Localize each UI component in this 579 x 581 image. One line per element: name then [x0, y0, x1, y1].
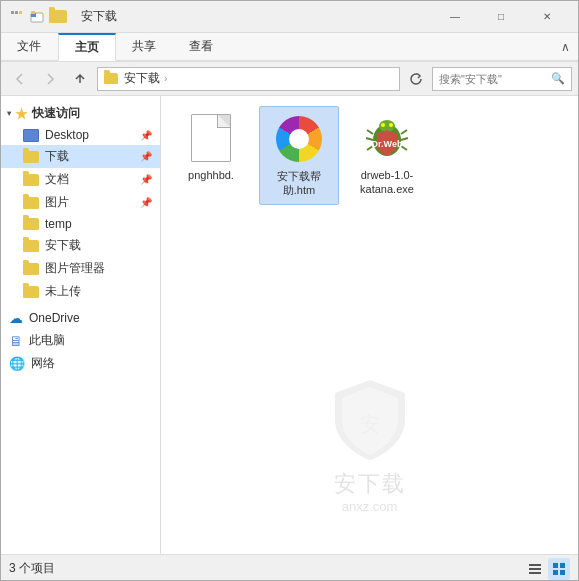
file-item-htm[interactable]: 安下载帮助.htm	[259, 106, 339, 205]
htm-file-icon	[276, 116, 322, 162]
breadcrumb-segment-downloads[interactable]: 安下载	[124, 70, 160, 87]
sidebar-item-documents[interactable]: 文档 📌	[1, 168, 160, 191]
sidebar-item-downloads-label: 下载	[45, 148, 69, 165]
sidebar-item-not-uploaded-label: 未上传	[45, 283, 81, 300]
sidebar-item-thispc[interactable]: 🖥 此电脑	[1, 329, 160, 352]
not-uploaded-folder-icon	[23, 286, 39, 298]
sidebar-item-onedrive[interactable]: ☁ OneDrive	[1, 307, 160, 329]
files-grid: pnghhbd. 安下载帮助.htm	[171, 106, 568, 205]
address-bar: 安下载 › 🔍	[1, 62, 578, 96]
address-path[interactable]: 安下载 ›	[97, 67, 400, 91]
sidebar-item-downloads[interactable]: 下载 📌	[1, 145, 160, 168]
watermark-shield-icon: 安	[330, 375, 410, 465]
svg-text:安: 安	[360, 413, 380, 435]
svg-line-14	[401, 130, 407, 134]
window-title: 安下载	[81, 8, 432, 25]
view-tiles-button[interactable]	[548, 558, 570, 580]
breadcrumb-folder-icon	[104, 73, 118, 84]
svg-rect-20	[529, 572, 541, 574]
ribbon-collapse-button[interactable]: ∧	[553, 33, 578, 60]
breadcrumb: 安下载 ›	[104, 70, 169, 87]
svg-rect-1	[15, 11, 18, 14]
file-icon-wrapper-exe: Dr.Web	[361, 112, 413, 164]
tab-file[interactable]: 文件	[1, 33, 58, 60]
file-icon-wrapper-htm	[273, 113, 325, 165]
tab-view[interactable]: 查看	[173, 33, 230, 60]
forward-button[interactable]	[37, 66, 63, 92]
file-area: 安 安下载 anxz.com pnghhbd. 安下载帮助.	[161, 96, 578, 554]
watermark-text: 安下载	[334, 469, 406, 499]
sidebar-item-pictures-label: 图片	[45, 194, 69, 211]
view-toggle	[524, 558, 570, 580]
main-area: ▾ ★ 快速访问 Desktop 📌 下载 📌 文档 📌 图片 📌 temp	[1, 96, 578, 554]
sidebar: ▾ ★ 快速访问 Desktop 📌 下载 📌 文档 📌 图片 📌 temp	[1, 96, 161, 554]
sidebar-section-quick-access[interactable]: ▾ ★ 快速访问	[1, 102, 160, 125]
sidebar-item-image-manager-label: 图片管理器	[45, 260, 105, 277]
file-label-htm: 安下载帮助.htm	[264, 169, 334, 198]
sidebar-item-onedrive-label: OneDrive	[29, 311, 80, 325]
tab-share[interactable]: 共享	[116, 33, 173, 60]
sidebar-item-not-uploaded[interactable]: 未上传	[1, 280, 160, 303]
search-icon[interactable]: 🔍	[551, 72, 565, 85]
svg-point-10	[389, 123, 393, 127]
svg-rect-24	[560, 570, 565, 575]
network-icon: 🌐	[9, 356, 25, 371]
view-details-button[interactable]	[524, 558, 546, 580]
search-input[interactable]	[439, 73, 551, 85]
file-item-pnghhbd[interactable]: pnghhbd.	[171, 106, 251, 188]
file-label-exe: drweb-1.0-katana.exe	[351, 168, 423, 197]
sidebar-item-documents-label: 文档	[45, 171, 69, 188]
folder-title-icon	[49, 10, 67, 23]
image-manager-folder-icon	[23, 263, 39, 275]
sidebar-item-anzai-label: 安下载	[45, 237, 81, 254]
back-button[interactable]	[7, 66, 33, 92]
close-button[interactable]: ✕	[524, 1, 570, 33]
documents-pin-icon: 📌	[140, 174, 152, 185]
sidebar-item-temp[interactable]: temp	[1, 214, 160, 234]
onedrive-cloud-icon: ☁	[9, 310, 23, 326]
breadcrumb-chevron: ›	[164, 73, 167, 84]
search-box[interactable]: 🔍	[432, 67, 572, 91]
maximize-button[interactable]: □	[478, 1, 524, 33]
svg-point-9	[381, 123, 385, 127]
pictures-folder-icon	[23, 197, 39, 209]
ribbon: 文件 主页 共享 查看 ∧	[1, 33, 578, 62]
file-label-pnghhbd: pnghhbd.	[188, 168, 234, 182]
watermark: 安 安下载 anxz.com	[330, 375, 410, 514]
pictures-pin-icon: 📌	[140, 197, 152, 208]
svg-rect-2	[19, 11, 22, 14]
file-item-exe[interactable]: Dr.Web drweb-1.0-katana.exe	[347, 106, 427, 203]
quick-access-icon	[29, 9, 45, 25]
sidebar-item-desktop-label: Desktop	[45, 128, 89, 142]
sidebar-item-image-manager[interactable]: 图片管理器	[1, 257, 160, 280]
quick-access-chevron: ▾	[7, 109, 11, 118]
star-icon: ★	[15, 106, 28, 122]
watermark-url: anxz.com	[342, 499, 398, 514]
svg-text:Dr.Web: Dr.Web	[372, 139, 403, 149]
svg-rect-23	[553, 570, 558, 575]
quick-access-label: 快速访问	[32, 105, 80, 122]
sidebar-item-anzai[interactable]: 安下载	[1, 234, 160, 257]
status-bar: 3 个项目	[1, 554, 578, 581]
sidebar-item-temp-label: temp	[45, 217, 72, 231]
up-button[interactable]	[67, 66, 93, 92]
sidebar-item-network-label: 网络	[31, 355, 55, 372]
svg-rect-5	[31, 11, 35, 14]
file-icon-wrapper-pnghhbd	[185, 112, 237, 164]
svg-rect-19	[529, 568, 541, 570]
exe-file-icon: Dr.Web	[363, 114, 411, 162]
title-bar-icons	[9, 9, 73, 25]
sidebar-item-network[interactable]: 🌐 网络	[1, 352, 160, 375]
anzai-folder-icon	[23, 240, 39, 252]
tab-home[interactable]: 主页	[58, 33, 116, 61]
title-bar: 安下载 — □ ✕	[1, 1, 578, 33]
minimize-button[interactable]: —	[432, 1, 478, 33]
sidebar-item-desktop[interactable]: Desktop 📌	[1, 125, 160, 145]
svg-rect-0	[11, 11, 14, 14]
documents-folder-icon	[23, 174, 39, 186]
downloads-pin-icon: 📌	[140, 151, 152, 162]
refresh-button[interactable]	[404, 67, 428, 91]
status-count: 3 个项目	[9, 560, 55, 577]
svg-rect-21	[553, 563, 558, 568]
sidebar-item-pictures[interactable]: 图片 📌	[1, 191, 160, 214]
